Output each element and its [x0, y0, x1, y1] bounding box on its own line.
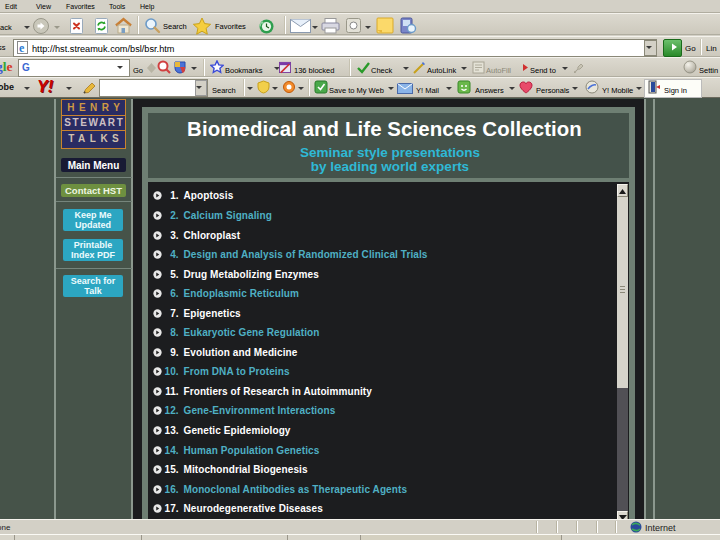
svg-text:e: e	[19, 41, 25, 54]
